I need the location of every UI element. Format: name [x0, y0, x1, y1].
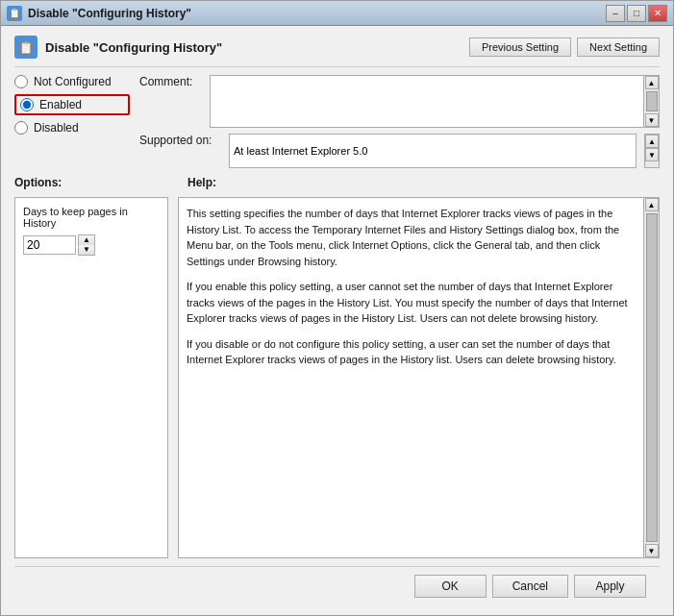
- dialog-header-left: 📋 Disable "Configuring History": [14, 36, 222, 59]
- options-section: Days to keep pages in History 20 ▲ ▼: [14, 197, 168, 558]
- bottom-bar: OK Cancel Apply: [14, 566, 660, 605]
- scroll-thumb[interactable]: [646, 91, 658, 111]
- scroll-up-arrow[interactable]: ▲: [645, 76, 659, 89]
- enabled-radio-item[interactable]: Enabled: [14, 94, 130, 115]
- days-label: Days to keep pages in History: [23, 206, 160, 229]
- right-section: Comment: ▲ ▼ Supported on: At least Inte…: [139, 75, 660, 168]
- help-scrollbar[interactable]: ▲ ▼: [644, 197, 660, 558]
- disabled-radio-item[interactable]: Disabled: [14, 121, 130, 135]
- title-bar: 📋 Disable "Configuring History" – □ ✕: [1, 1, 673, 26]
- help-scroll-thumb[interactable]: [646, 213, 658, 542]
- comment-label: Comment:: [139, 75, 202, 88]
- spinner-down-button[interactable]: ▼: [79, 245, 94, 255]
- not-configured-radio[interactable]: [14, 75, 28, 88]
- title-bar-left: 📋 Disable "Configuring History": [7, 6, 191, 21]
- next-setting-button[interactable]: Next Setting: [577, 37, 660, 57]
- spinner-row: 20 ▲ ▼: [23, 234, 160, 256]
- main-section: Days to keep pages in History 20 ▲ ▼ Thi…: [14, 197, 660, 558]
- scroll-down-arrow[interactable]: ▼: [645, 113, 659, 127]
- supported-scroll-down[interactable]: ▼: [645, 148, 659, 161]
- supported-scroll-up[interactable]: ▲: [645, 135, 659, 148]
- enabled-label: Enabled: [39, 98, 82, 111]
- minimize-button[interactable]: –: [606, 5, 625, 22]
- disabled-radio[interactable]: [14, 121, 28, 135]
- window-title: Disable "Configuring History": [28, 7, 191, 20]
- days-spinner-input[interactable]: 20: [23, 235, 76, 255]
- radio-group: Not Configured Enabled Disabled: [14, 75, 130, 168]
- cancel-button[interactable]: Cancel: [492, 575, 568, 598]
- dialog-content: 📋 Disable "Configuring History" Previous…: [1, 26, 673, 615]
- options-box: Days to keep pages in History 20 ▲ ▼: [14, 197, 168, 558]
- not-configured-radio-item[interactable]: Not Configured: [14, 75, 130, 88]
- comment-row: Comment: ▲ ▼: [139, 75, 660, 128]
- supported-row: Supported on: At least Internet Explorer…: [139, 134, 660, 168]
- dialog-header: 📋 Disable "Configuring History" Previous…: [14, 36, 660, 67]
- maximize-button[interactable]: □: [627, 5, 646, 22]
- apply-button[interactable]: Apply: [574, 575, 646, 598]
- help-heading: Help:: [187, 176, 216, 189]
- disabled-label: Disabled: [34, 121, 79, 135]
- previous-setting-button[interactable]: Previous Setting: [469, 37, 571, 57]
- spinner-up-button[interactable]: ▲: [79, 235, 94, 245]
- help-scroll-down-arrow[interactable]: ▼: [645, 544, 659, 557]
- enabled-radio[interactable]: [20, 98, 34, 111]
- section-headers: Options: Help:: [14, 176, 660, 189]
- main-window: 📋 Disable "Configuring History" – □ ✕ 📋 …: [0, 0, 674, 616]
- supported-value: At least Internet Explorer 5.0: [229, 134, 637, 168]
- comment-textarea-wrapper: ▲ ▼: [210, 75, 660, 128]
- dialog-title: Disable "Configuring History": [45, 40, 222, 55]
- help-paragraph-2: If you enable this policy setting, a use…: [187, 279, 636, 327]
- help-box: This setting specifies the number of day…: [178, 197, 644, 558]
- supported-scrollbar[interactable]: ▲ ▼: [644, 134, 660, 168]
- options-heading: Options:: [14, 176, 62, 189]
- help-paragraph-1: This setting specifies the number of day…: [187, 206, 636, 269]
- close-button[interactable]: ✕: [648, 5, 667, 22]
- nav-buttons: Previous Setting Next Setting: [469, 37, 660, 57]
- help-section: This setting specifies the number of day…: [178, 197, 660, 558]
- title-bar-buttons: – □ ✕: [606, 5, 667, 22]
- comment-scrollbar[interactable]: ▲ ▼: [644, 75, 660, 128]
- comment-textarea[interactable]: [210, 75, 644, 128]
- not-configured-label: Not Configured: [34, 75, 112, 88]
- help-paragraph-3: If you disable or do not configure this …: [187, 336, 636, 368]
- ok-button[interactable]: OK: [414, 575, 487, 598]
- top-section: Not Configured Enabled Disabled Comment:: [14, 75, 660, 168]
- dialog-icon: 📋: [14, 36, 37, 59]
- spinner-buttons: ▲ ▼: [78, 234, 95, 256]
- window-icon: 📋: [7, 6, 22, 21]
- help-scroll-up-arrow[interactable]: ▲: [645, 198, 659, 211]
- supported-label: Supported on:: [139, 134, 221, 147]
- help-scroll-wrapper: This setting specifies the number of day…: [178, 197, 660, 558]
